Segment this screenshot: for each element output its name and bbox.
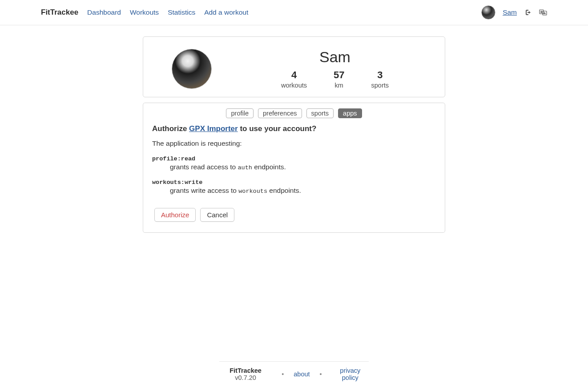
- avatar-large: [172, 49, 212, 89]
- tab-preferences[interactable]: preferences: [258, 108, 302, 118]
- apps-card: profile preferences sports apps Authoriz…: [143, 103, 445, 233]
- avatar-small[interactable]: [481, 5, 495, 20]
- stat-workouts: 4 workouts: [281, 69, 307, 89]
- scope-name: workouts:write: [152, 179, 436, 186]
- topbar-left: FitTrackee Dashboard Workouts Statistics…: [41, 8, 248, 17]
- authorize-suffix: to use your account?: [238, 124, 317, 133]
- brand[interactable]: FitTrackee: [41, 8, 78, 17]
- scope-desc: grants write access to workouts endpoint…: [170, 187, 436, 195]
- authorize-button[interactable]: Authorize: [154, 208, 196, 222]
- stat-value: 3: [371, 69, 389, 81]
- tabs: profile preferences sports apps: [152, 108, 436, 118]
- nav-add-workout[interactable]: Add a workout: [204, 8, 248, 16]
- profile-name: Sam: [238, 48, 431, 66]
- authorize-heading: Authorize GPX Importer to use your accou…: [152, 124, 436, 133]
- scope-desc: grants read access to auth endpoints.: [170, 163, 436, 171]
- nav-statistics[interactable]: Statistics: [168, 8, 195, 16]
- main-container: Sam 4 workouts 57 km 3 sports profile pr…: [143, 36, 445, 233]
- app-name-link[interactable]: GPX Importer: [189, 124, 238, 133]
- svg-rect-1: [543, 11, 547, 15]
- topbar-right: Sam: [481, 5, 547, 20]
- stat-km: 57 km: [334, 69, 344, 89]
- tab-sports[interactable]: sports: [306, 108, 334, 118]
- scope-workouts-write: workouts:write grants write access to wo…: [152, 179, 436, 195]
- nav-workouts[interactable]: Workouts: [130, 8, 159, 16]
- tab-apps[interactable]: apps: [338, 108, 362, 118]
- profile-info: Sam 4 workouts 57 km 3 sports: [238, 48, 431, 89]
- scope-profile-read: profile:read grants read access to auth …: [152, 156, 436, 171]
- stat-value: 57: [334, 69, 344, 81]
- tab-profile[interactable]: profile: [226, 108, 254, 118]
- language-icon[interactable]: [539, 9, 547, 16]
- scope-name: profile:read: [152, 156, 436, 162]
- nav-dashboard[interactable]: Dashboard: [87, 8, 121, 16]
- authorize-intro: The application is requesting:: [152, 140, 436, 148]
- logout-icon[interactable]: [524, 9, 532, 16]
- profile-card: Sam 4 workouts 57 km 3 sports: [143, 36, 445, 97]
- stat-label: sports: [371, 82, 389, 89]
- authorize-prefix: Authorize: [152, 124, 189, 133]
- stat-label: workouts: [281, 82, 307, 89]
- profile-stats: 4 workouts 57 km 3 sports: [238, 69, 431, 89]
- button-row: Authorize Cancel: [154, 208, 436, 222]
- cancel-button[interactable]: Cancel: [200, 208, 234, 222]
- stat-value: 4: [281, 69, 307, 81]
- stat-sports: 3 sports: [371, 69, 389, 89]
- stat-label: km: [334, 82, 344, 89]
- topbar: FitTrackee Dashboard Workouts Statistics…: [0, 0, 588, 25]
- username-link[interactable]: Sam: [503, 8, 517, 16]
